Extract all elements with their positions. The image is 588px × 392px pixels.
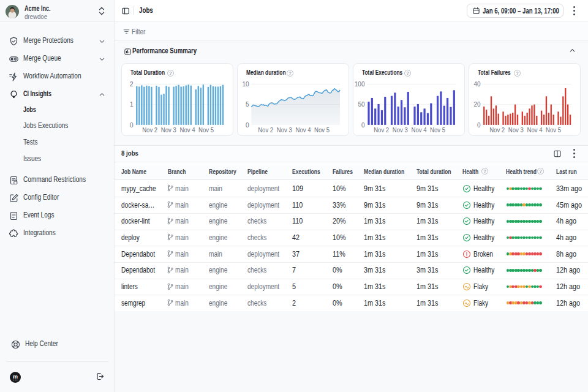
svg-text:Nov 4: Nov 4 (527, 127, 543, 134)
svg-text:1: 1 (130, 101, 134, 108)
svg-text:Nov 3: Nov 3 (161, 127, 176, 134)
svg-text:Nov 4: Nov 4 (180, 127, 195, 134)
svg-text:50: 50 (358, 101, 365, 108)
svg-text:0: 0 (361, 122, 365, 129)
svg-text:Nov 2: Nov 2 (489, 127, 505, 134)
svg-text:0: 0 (246, 122, 249, 129)
svg-text:Nov 4: Nov 4 (412, 127, 427, 134)
svg-text:Nov 5: Nov 5 (546, 127, 561, 134)
svg-text:Nov 5: Nov 5 (198, 127, 214, 134)
svg-text:Nov 2: Nov 2 (142, 127, 157, 134)
svg-text:Nov 5: Nov 5 (314, 127, 330, 134)
svg-text:Nov 2: Nov 2 (258, 127, 273, 134)
svg-text:Nov 4: Nov 4 (296, 127, 311, 134)
svg-text:Nov 5: Nov 5 (430, 127, 445, 134)
svg-text:Nov 3: Nov 3 (508, 127, 524, 134)
svg-text:40: 40 (473, 81, 481, 88)
svg-text:100: 100 (355, 81, 365, 88)
svg-text:0: 0 (477, 122, 481, 129)
svg-text:2: 2 (130, 81, 134, 88)
svg-text:Nov 3: Nov 3 (277, 127, 292, 134)
svg-text:5: 5 (246, 101, 249, 108)
svg-text:Nov 3: Nov 3 (393, 127, 408, 134)
svg-text:m: m (13, 374, 18, 380)
svg-text:10: 10 (242, 81, 249, 88)
svg-text:Nov 2: Nov 2 (374, 127, 389, 134)
svg-text:0: 0 (130, 122, 134, 129)
svg-text:20: 20 (473, 101, 481, 108)
